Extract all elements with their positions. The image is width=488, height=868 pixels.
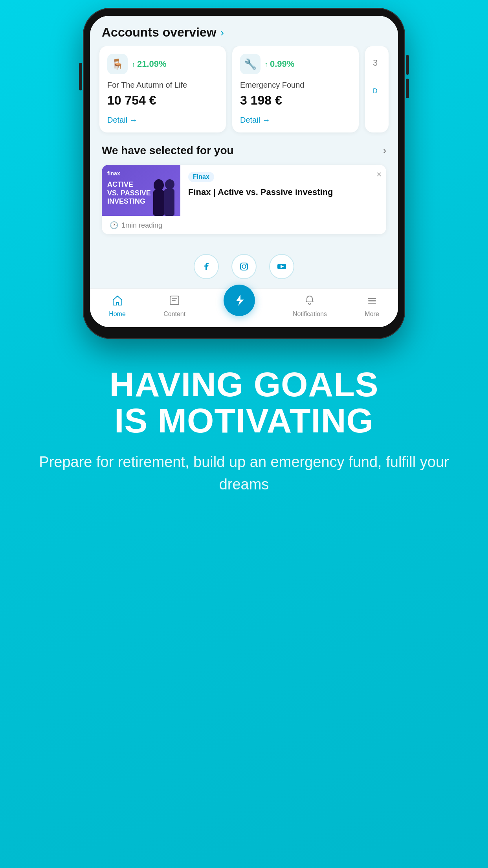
instagram-icon (238, 261, 250, 272)
bottom-nav: Home Content (90, 289, 398, 327)
card-top-2: 🔧 0.99% (240, 54, 351, 74)
article-image: finax ACTIVEVS. PASSIVEINVESTING (102, 165, 180, 216)
youtube-icon (276, 261, 287, 272)
more-label: More (365, 311, 379, 318)
card-icon-2: 🔧 (240, 54, 261, 74)
svg-point-5 (242, 265, 246, 268)
more-icon (366, 294, 378, 309)
accounts-chevron[interactable]: › (220, 26, 224, 39)
power-button (79, 63, 82, 90)
card-percent-1: 21.09% (132, 59, 167, 69)
card-name-2: Emergency Found (240, 80, 351, 90)
center-action-button[interactable] (224, 285, 255, 316)
svg-point-0 (154, 179, 164, 191)
svg-rect-11 (172, 300, 176, 301)
accounts-header: Accounts overview › (90, 16, 398, 46)
svg-rect-10 (172, 298, 177, 299)
svg-point-6 (246, 264, 246, 265)
card-name-1: For The Autumn of Life (107, 80, 218, 90)
accounts-cards-row: 🪑 21.09% For The Autumn of Life 10 754 €… (90, 46, 398, 140)
card-icon-1: 🪑 (107, 54, 128, 74)
youtube-button[interactable] (269, 254, 294, 279)
card-detail-link-2[interactable]: Detail → (240, 116, 270, 124)
article-tag: Finax (188, 172, 214, 182)
article-footer: 🕐 1min reading (102, 216, 386, 234)
card-top-1: 🪑 21.09% (107, 54, 218, 74)
account-card-1: 🪑 21.09% For The Autumn of Life 10 754 €… (99, 46, 226, 132)
main-headline: HAVING GOALSIS MOTIVATING (31, 366, 457, 439)
read-time: 1min reading (121, 221, 162, 230)
card-amount-1: 10 754 € (107, 93, 218, 108)
screen-content: Accounts overview › 🪑 21.09% For The Aut… (90, 16, 398, 327)
home-label: Home (109, 311, 126, 318)
content-label: Content (163, 311, 185, 318)
nav-item-content[interactable]: Content (163, 294, 185, 318)
people-illustration (147, 177, 180, 216)
volume-down-button (406, 79, 409, 98)
svg-rect-14 (368, 303, 376, 304)
account-card-2: 🔧 0.99% Emergency Found 3 198 € Detail → (232, 46, 359, 132)
bell-icon (304, 294, 316, 309)
bell-svg (304, 294, 316, 306)
home-svg (112, 294, 123, 306)
content-icon (169, 294, 180, 309)
sub-headline: Prepare for retirement, build up an emer… (31, 451, 457, 496)
selected-section: We have selected for you › × finax ACTIV… (90, 140, 398, 242)
card-percent-2: 0.99% (264, 59, 294, 69)
notifications-label: Notifications (293, 311, 327, 318)
selected-title: We have selected for you (102, 144, 234, 157)
selected-header: We have selected for you › (102, 144, 386, 157)
svg-rect-3 (164, 189, 174, 216)
social-row (90, 242, 398, 289)
accounts-title: Accounts overview (102, 25, 216, 40)
phone-screen: Accounts overview › 🪑 21.09% For The Aut… (90, 16, 398, 327)
facebook-icon (201, 261, 212, 272)
account-card-3-partial: 3 D (365, 46, 389, 132)
clock-icon: 🕐 (110, 221, 118, 230)
article-inner: finax ACTIVEVS. PASSIVEINVESTING (102, 165, 386, 216)
nav-item-home[interactable]: Home (109, 294, 126, 318)
article-content: Finax Finax | Active vs. Passive investi… (180, 165, 386, 216)
article-card: × finax ACTIVEVS. PASSIVEINVESTING (102, 165, 386, 234)
selected-chevron[interactable]: › (383, 145, 386, 156)
svg-rect-1 (153, 190, 164, 216)
card-detail-link-1[interactable]: Detail → (107, 116, 138, 124)
article-title: Finax | Active vs. Passive investing (188, 187, 371, 198)
article-close-button[interactable]: × (376, 169, 382, 180)
svg-rect-13 (368, 300, 376, 302)
nav-item-notifications[interactable]: Notifications (293, 294, 327, 318)
instagram-button[interactable] (231, 254, 257, 279)
svg-point-2 (165, 179, 174, 189)
card-amount-2: 3 198 € (240, 93, 351, 108)
phone-frame: Accounts overview › 🪑 21.09% For The Aut… (83, 8, 405, 339)
nav-item-more[interactable]: More (365, 294, 379, 318)
content-svg (169, 294, 180, 306)
volume-up-button (406, 55, 409, 75)
bottom-text-section: HAVING GOALSIS MOTIVATING Prepare for re… (0, 339, 488, 519)
home-icon (112, 294, 123, 309)
svg-rect-12 (368, 298, 376, 299)
article-image-logo: finax (107, 170, 175, 177)
more-svg (366, 294, 378, 306)
facebook-button[interactable] (194, 254, 219, 279)
bolt-icon (232, 293, 246, 307)
